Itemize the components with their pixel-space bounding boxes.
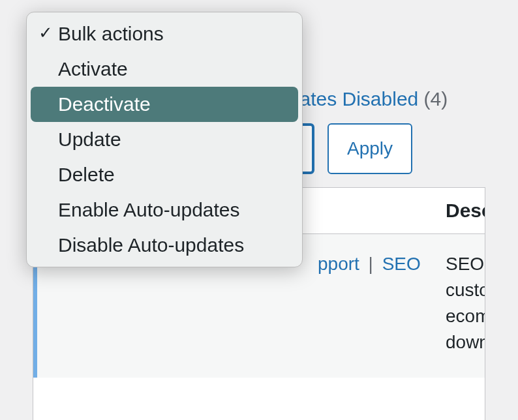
plugin-link-support[interactable]: pport [318,254,359,274]
plugin-link-seo[interactable]: SEO [382,254,421,274]
filter-auto-disabled-count: (4) [424,88,448,110]
dropdown-option-disable-auto-updates[interactable]: Disable Auto-updates [31,228,298,263]
dropdown-option-update[interactable]: Update [31,122,298,157]
dropdown-option-activate[interactable]: Activate [31,52,298,87]
desc-line: SEO [446,254,485,275]
apply-button[interactable]: Apply [328,123,412,174]
dropdown-option-bulk-actions[interactable]: Bulk actions [31,16,298,52]
plugin-description: SEO custo ecom down [426,254,485,358]
column-description-header[interactable]: Description [426,200,485,222]
plugin-action-links: pport | SEO [57,254,421,358]
dropdown-option-deactivate[interactable]: Deactivate [31,87,298,122]
desc-line: down [446,332,485,353]
desc-line: custo [446,280,485,301]
link-separator: | [369,254,373,274]
desc-line: ecom [446,306,485,327]
dropdown-option-delete[interactable]: Delete [31,157,298,192]
dropdown-option-enable-auto-updates[interactable]: Enable Auto-updates [31,192,298,228]
bulk-actions-dropdown[interactable]: Bulk actions Activate Deactivate Update … [26,12,303,267]
